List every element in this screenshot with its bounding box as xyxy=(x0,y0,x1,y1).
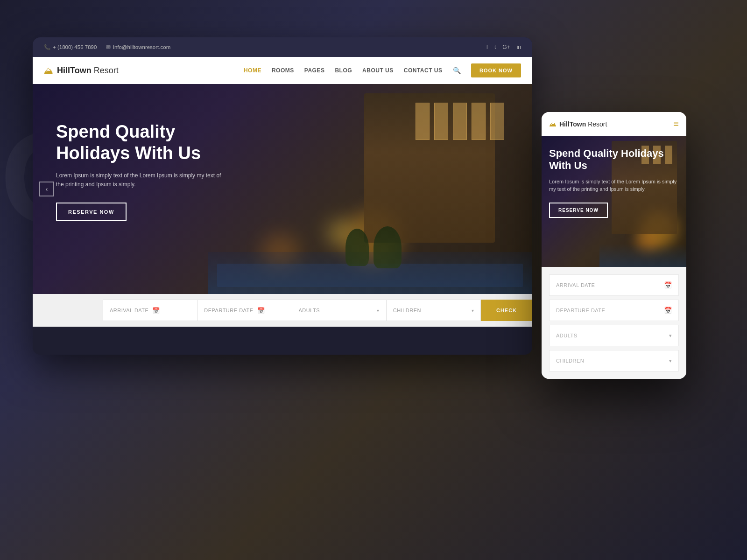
email-contact: ✉ info@hilltownresort.com xyxy=(106,44,170,50)
mobile-reserve-now-button[interactable]: RESERVE NOW xyxy=(549,203,608,218)
desktop-topbar: 📞 + (1800) 456 7890 ✉ info@hilltownresor… xyxy=(33,37,532,57)
email-address: info@hilltownresort.com xyxy=(113,44,170,50)
nav-link-contact[interactable]: CONTACT US xyxy=(404,67,443,74)
hero-building-area xyxy=(208,84,533,294)
mobile-hero-title: Spend Quality Holidays With Us xyxy=(549,147,679,172)
mobile-children-label: CHILDREN xyxy=(556,358,584,364)
desktop-navbar: ⛰ HillTown Resort HOME ROOMS PAGES BLOG … xyxy=(33,57,532,84)
hero-prev-button[interactable]: ‹ xyxy=(39,182,54,196)
mobile-booking-form: ARRIVAL DATE 📅 DEPARTURE DATE 📅 ADULTS ▾… xyxy=(542,267,686,379)
mobile-pool xyxy=(599,244,686,267)
departure-date-field[interactable]: DEPARTURE DATE 📅 xyxy=(197,300,292,321)
mobile-arrival-label: ARRIVAL DATE xyxy=(556,282,595,288)
mobile-hero-content: Spend Quality Holidays With Us Lorem Ips… xyxy=(549,147,679,218)
hero-content: Spend Quality Holidays With Us Lorem Ips… xyxy=(56,121,252,221)
hero-description: Lorem Ipsum is simply text of the Lorem … xyxy=(56,171,224,189)
building-window-1 xyxy=(490,103,504,140)
desktop-booking-bar: ARRIVAL DATE 📅 DEPARTURE DATE 📅 ADULTS ▾… xyxy=(33,294,532,327)
children-select[interactable]: CHILDREN ▾ xyxy=(387,300,481,321)
mobile-hero-description: Lorem Ipsum is simply text of the Lorem … xyxy=(549,178,679,193)
mobile-logo-icon: ⛰ xyxy=(549,120,557,128)
desktop-hero: ‹ Spend Quality Holidays With Us Lorem I… xyxy=(33,84,532,294)
mobile-mockup: ⛰ HillTown Resort ≡ Spend Quality Holida… xyxy=(542,112,686,379)
mobile-arrival-calendar-icon: 📅 xyxy=(664,281,672,289)
topbar-social-links: f t G+ in xyxy=(486,44,521,50)
nav-link-rooms[interactable]: ROOMS xyxy=(272,67,294,74)
departure-calendar-icon: 📅 xyxy=(257,307,265,314)
children-chevron-icon: ▾ xyxy=(472,308,474,313)
phone-number: + (1800) 456 7890 xyxy=(53,44,97,50)
arrival-date-field[interactable]: ARRIVAL DATE 📅 xyxy=(103,300,197,321)
check-availability-button[interactable]: CHECK xyxy=(481,300,532,321)
email-icon: ✉ xyxy=(106,44,111,50)
arrival-calendar-icon: 📅 xyxy=(152,307,160,314)
twitter-icon[interactable]: t xyxy=(494,44,496,50)
adults-label: ADULTS xyxy=(299,308,320,313)
mobile-hero: Spend Quality Holidays With Us Lorem Ips… xyxy=(542,136,686,267)
desktop-mockup: 📞 + (1800) 456 7890 ✉ info@hilltownresor… xyxy=(33,37,532,355)
logo-text: HillTown Resort xyxy=(57,66,119,76)
tree-2 xyxy=(374,226,402,268)
mobile-arrival-date-field[interactable]: ARRIVAL DATE 📅 xyxy=(549,274,679,296)
nav-link-about[interactable]: ABOUT US xyxy=(362,67,394,74)
building-window-5 xyxy=(416,103,430,140)
mobile-menu-icon[interactable]: ≡ xyxy=(673,119,679,129)
departure-date-label: DEPARTURE DATE xyxy=(204,308,253,313)
mobile-departure-label: DEPARTURE DATE xyxy=(556,308,605,313)
mobile-departure-date-field[interactable]: DEPARTURE DATE 📅 xyxy=(549,300,679,321)
adults-chevron-icon: ▾ xyxy=(377,308,380,313)
linkedin-icon[interactable]: in xyxy=(517,44,521,50)
facebook-icon[interactable]: f xyxy=(486,44,488,50)
nav-links-container: HOME ROOMS PAGES BLOG ABOUT US CONTACT U… xyxy=(244,63,521,77)
mobile-logo: ⛰ HillTown Resort xyxy=(549,120,607,128)
mobile-children-select[interactable]: CHILDREN ▾ xyxy=(549,350,679,371)
site-logo: ⛰ HillTown Resort xyxy=(44,65,119,76)
googleplus-icon[interactable]: G+ xyxy=(502,44,510,50)
search-icon[interactable]: 🔍 xyxy=(453,67,461,74)
topbar-left: 📞 + (1800) 456 7890 ✉ info@hilltownresor… xyxy=(44,44,170,50)
reserve-now-button[interactable]: RESERVE NOW xyxy=(56,203,127,221)
mobile-adults-label: ADULTS xyxy=(556,333,578,338)
phone-icon: 📞 xyxy=(44,44,50,50)
building-window-3 xyxy=(453,103,467,140)
mobile-navbar: ⛰ HillTown Resort ≡ xyxy=(542,112,686,136)
mobile-adults-chevron-icon: ▾ xyxy=(669,333,672,339)
mobile-departure-calendar-icon: 📅 xyxy=(664,307,672,314)
hero-title: Spend Quality Holidays With Us xyxy=(56,121,252,164)
nav-link-blog[interactable]: BLOG xyxy=(335,67,352,74)
arrival-date-label: ARRIVAL DATE xyxy=(110,308,148,313)
mobile-adults-select[interactable]: ADULTS ▾ xyxy=(549,325,679,346)
pool-water xyxy=(217,264,523,287)
book-now-button[interactable]: BOOK NOW xyxy=(471,63,521,77)
adults-select[interactable]: ADULTS ▾ xyxy=(292,300,387,321)
mobile-logo-text: HillTown Resort xyxy=(559,120,607,128)
tree-1 xyxy=(345,229,369,266)
nav-link-pages[interactable]: PAGES xyxy=(304,67,325,74)
mobile-children-chevron-icon: ▾ xyxy=(669,358,672,364)
logo-mountain-icon: ⛰ xyxy=(44,65,53,76)
nav-link-home[interactable]: HOME xyxy=(244,67,261,74)
children-label: CHILDREN xyxy=(393,308,421,313)
building-window-2 xyxy=(472,103,486,140)
building-window-4 xyxy=(434,103,448,140)
phone-contact: 📞 + (1800) 456 7890 xyxy=(44,44,97,50)
